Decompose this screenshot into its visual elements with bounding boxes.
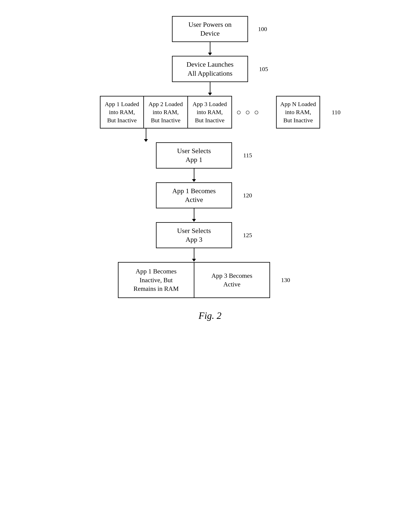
node-125-label: User SelectsApp 3 [177, 227, 211, 243]
app1-label: App 1 Loadedinto RAM,But Inactive [105, 100, 139, 125]
dot2: ○ [245, 107, 251, 117]
node-125: User SelectsApp 3 [156, 222, 232, 248]
node-105-label: Device LaunchesAll Applications [186, 61, 233, 77]
arrow-120-125 [194, 208, 194, 219]
node-130-left-label: App 1 BecomesInactive, ButRemains in RAM [134, 268, 179, 292]
node-130-right-label: App 3 BecomesActive [211, 271, 252, 289]
arrow-115-120-wrapper [194, 169, 194, 182]
app3-label: App 3 Loadedinto RAM,But Inactive [193, 100, 227, 125]
node-115-label: User SelectsApp 1 [177, 147, 211, 163]
arrow-apps-115-wrapper [146, 128, 146, 142]
node-105: Device LaunchesAll Applications [172, 56, 248, 82]
dot3: ○ [254, 107, 260, 117]
node-120: App 1 BecomesActive [156, 182, 232, 208]
app1-box: App 1 Loadedinto RAM,But Inactive [100, 96, 144, 129]
diagram-container: User Powers onDevice 100 Device Launches… [0, 0, 420, 505]
appN-label: App N Loadedinto RAM,But Inactive [280, 100, 316, 125]
node-100: User Powers onDevice [172, 16, 248, 42]
node-130-left: App 1 BecomesInactive, ButRemains in RAM [119, 263, 194, 297]
apps-row: App 1 Loadedinto RAM,But Inactive App 2 … [70, 96, 350, 129]
app2-box: App 2 Loadedinto RAM,But Inactive [144, 96, 188, 129]
ref-125: 125 [243, 232, 252, 239]
apps-row-wrapper: App 1 Loadedinto RAM,But Inactive App 2 … [70, 96, 350, 129]
ref-100: 100 [258, 26, 267, 32]
arrow-100-105 [210, 42, 210, 53]
ref-110: 110 [332, 108, 341, 116]
ref-105: 105 [259, 66, 268, 72]
arrow-125-130-wrapper [194, 248, 194, 262]
node-120-label: App 1 BecomesActive [172, 187, 216, 203]
app2-label: App 2 Loadedinto RAM,But Inactive [149, 100, 183, 125]
node-100-label: User Powers onDevice [188, 21, 231, 37]
arrow-120-125-wrapper [194, 208, 194, 222]
arrow-125-130 [194, 248, 194, 259]
node-130: App 1 BecomesInactive, ButRemains in RAM… [118, 262, 270, 298]
arrow-115-120 [194, 169, 194, 180]
dot1: ○ [236, 107, 242, 117]
node-130-right: App 3 BecomesActive [194, 263, 270, 297]
app3-box: App 3 Loadedinto RAM,But Inactive [188, 96, 232, 129]
arrow-apps-115 [146, 128, 146, 139]
ref-130: 130 [281, 277, 290, 284]
dots: ○ ○ ○ [232, 96, 264, 129]
arrow-105-apps [210, 82, 210, 93]
ref-115: 115 [243, 152, 252, 159]
ref-120: 120 [243, 192, 252, 199]
fig-label: Fig. 2 [199, 310, 222, 321]
node-115: User SelectsApp 1 [156, 142, 232, 168]
appN-box: App N Loadedinto RAM,But Inactive 110 [276, 96, 320, 129]
